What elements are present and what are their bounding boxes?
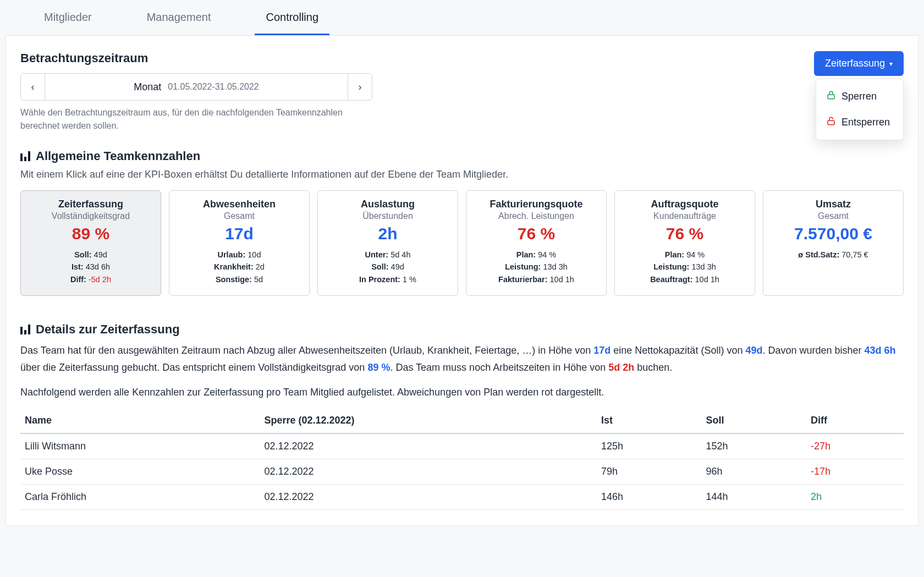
column-header: Soll [701, 408, 806, 433]
chevron-right-icon: › [359, 81, 362, 93]
kpi-line: Sonstige: 5d [178, 273, 300, 285]
kpi-value: 76 % [475, 224, 597, 243]
dropdown-item-label: Entsperren [842, 117, 890, 128]
kpi-box-zeiterfassung[interactable]: ZeiterfassungVollständigkeitsgrad89 %Sol… [20, 190, 161, 296]
lock-closed-icon [826, 90, 836, 103]
cell-name: Carla Fröhlich [20, 485, 260, 510]
period-display[interactable]: Monat 01.05.2022-31.05.2022 [45, 74, 348, 100]
svg-rect-0 [828, 95, 834, 99]
caret-down-icon: ▾ [889, 60, 893, 68]
kpi-line: Leistung: 13d 3h [624, 261, 746, 273]
tab-controlling[interactable]: Controlling [255, 0, 329, 35]
kpi-box-umsatz[interactable]: UmsatzGesamt7.570,00 €ø Std.Satz: 70,75 … [763, 190, 904, 296]
kpi-subtitle: Vollständigkeitsgrad [30, 211, 152, 221]
kpi-box-fakturierungsquote[interactable]: FakturierungsquoteAbrech. Leistungen76 %… [466, 190, 607, 296]
chevron-left-icon: ‹ [31, 81, 35, 93]
cell-diff: -27h [806, 433, 904, 459]
kpi-box-auftragsquote[interactable]: AuftragsquoteKundenaufträge76 %Plan: 94 … [614, 190, 755, 296]
dropdown-item-label: Sperren [842, 91, 877, 102]
kpi-line: Beauftragt: 10d 1h [624, 273, 746, 285]
kpi-line: Plan: 94 % [624, 249, 746, 261]
dropdown-label: Zeiterfassung [825, 58, 885, 69]
highlight: 89 % [367, 362, 390, 373]
kpi-subtitle: Kundenaufträge [624, 211, 746, 221]
kpi-line: Krankheit: 2d [178, 261, 300, 273]
time-tracking-dropdown-button[interactable]: Zeiterfassung ▾ [814, 51, 904, 76]
tab-bar: MitgliederManagementControlling [6, 0, 919, 36]
period-picker: ‹ Monat 01.05.2022-31.05.2022 › [20, 73, 372, 101]
table-row: Lilli Witsmann02.12.2022125h152h-27h [20, 433, 904, 459]
column-header: Name [20, 408, 260, 433]
text-segment: buchen. [634, 362, 672, 373]
highlight: 49d [745, 345, 762, 356]
bar-chart-icon [20, 151, 30, 161]
kpi-box-auslastung[interactable]: AuslastungÜberstunden2hUnter: 5d 4hSoll:… [317, 190, 458, 296]
kpi-line: Diff: -5d 2h [30, 273, 152, 285]
kpi-line: Ist: 43d 6h [30, 261, 152, 273]
details-paragraph-1: Das Team hat für den ausgewählten Zeitra… [20, 342, 904, 376]
period-range: 01.05.2022-31.05.2022 [168, 82, 258, 92]
cell-soll: 144h [701, 485, 806, 510]
cell-diff: 2h [806, 485, 904, 510]
cell-name: Uke Posse [20, 459, 260, 485]
kpi-line: Urlaub: 10d [178, 249, 300, 261]
kpi-value: 7.570,00 € [772, 224, 894, 243]
kpi-grid: ZeiterfassungVollständigkeitsgrad89 %Sol… [20, 190, 904, 296]
kpi-title: Auftragsquote [624, 199, 746, 210]
cell-soll: 152h [701, 433, 806, 459]
cell-diff: -17h [806, 459, 904, 485]
controlling-panel: Betrachtungszeitraum ‹ Monat 01.05.2022-… [6, 36, 919, 526]
highlight: 5d 2h [608, 362, 634, 373]
kpi-detail-lines: Plan: 94 %Leistung: 13d 3hBeauftragt: 10… [624, 249, 746, 285]
kpi-line: Plan: 94 % [475, 249, 597, 261]
lock-open-icon [826, 116, 836, 129]
cell-ist: 79h [597, 459, 702, 485]
kpi-value: 76 % [624, 224, 746, 243]
text-segment: über die Zeiterfassung gebucht. Das ents… [20, 362, 367, 373]
tab-management[interactable]: Management [136, 0, 222, 35]
cell-soll: 96h [701, 459, 806, 485]
kpi-line: Unter: 5d 4h [327, 249, 449, 261]
period-hint: Wähle den Betrachtungszeitraum aus, für … [20, 106, 372, 133]
kpi-subtitle: Abrech. Leistungen [475, 211, 597, 221]
kpi-box-abwesenheiten[interactable]: AbwesenheitenGesamt17dUrlaub: 10dKrankhe… [169, 190, 310, 296]
table-row: Uke Posse02.12.202279h96h-17h [20, 459, 904, 485]
dropdown-item-lock[interactable]: Sperren [816, 84, 903, 109]
kpi-line: Soll: 49d [30, 249, 152, 261]
table-row: Carla Fröhlich02.12.2022146h144h2h [20, 485, 904, 510]
text-segment: eine Nettokapazität (Soll) von [610, 345, 745, 356]
kpi-value: 89 % [30, 224, 152, 243]
kpi-value: 2h [327, 224, 449, 243]
details-section-title: Details zur Zeiterfassung [36, 322, 180, 337]
details-paragraph-2: Nachfolgend werden alle Kennzahlen zur Z… [20, 384, 904, 401]
kpi-title: Umsatz [772, 199, 894, 210]
kpi-title: Zeiterfassung [30, 199, 152, 210]
bar-chart-icon [20, 325, 30, 334]
kpi-detail-lines: ø Std.Satz: 70,75 € [772, 249, 894, 261]
kpi-subtitle: Gesamt [772, 211, 894, 221]
text-segment: Das Team hat für den ausgewählten Zeitra… [20, 345, 593, 356]
dropdown-item-unlock[interactable]: Entsperren [816, 109, 903, 135]
kpi-line: Leistung: 13d 3h [475, 261, 597, 273]
period-unit: Monat [134, 81, 161, 93]
kpi-title: Abwesenheiten [178, 199, 300, 210]
period-title: Betrachtungszeitraum [20, 51, 372, 65]
column-header: Diff [806, 408, 904, 433]
kpi-line: Fakturierbar: 10d 1h [475, 273, 597, 285]
kpi-title: Fakturierungsquote [475, 199, 597, 210]
tab-mitglieder[interactable]: Mitglieder [33, 0, 103, 35]
kpi-detail-lines: Urlaub: 10dKrankheit: 2dSonstige: 5d [178, 249, 300, 285]
cell-lock: 02.12.2022 [260, 485, 596, 510]
kpi-subtitle: Gesamt [178, 211, 300, 221]
time-tracking-dropdown-menu: Sperren Entsperren [816, 79, 904, 140]
period-prev-button[interactable]: ‹ [21, 74, 45, 100]
kpi-detail-lines: Unter: 5d 4hSoll: 49dIn Prozent: 1 % [327, 249, 449, 285]
kpi-section-subtitle: Mit einem Klick auf eine der KPI-Boxen e… [20, 169, 904, 180]
period-next-button[interactable]: › [348, 74, 372, 100]
kpi-detail-lines: Plan: 94 %Leistung: 13d 3hFakturierbar: … [475, 249, 597, 285]
kpi-line: Soll: 49d [327, 261, 449, 273]
text-segment: . Davon wurden bisher [762, 345, 864, 356]
column-header: Sperre (02.12.2022) [260, 408, 596, 433]
kpi-line: ø Std.Satz: 70,75 € [772, 249, 894, 261]
kpi-line: In Prozent: 1 % [327, 273, 449, 285]
